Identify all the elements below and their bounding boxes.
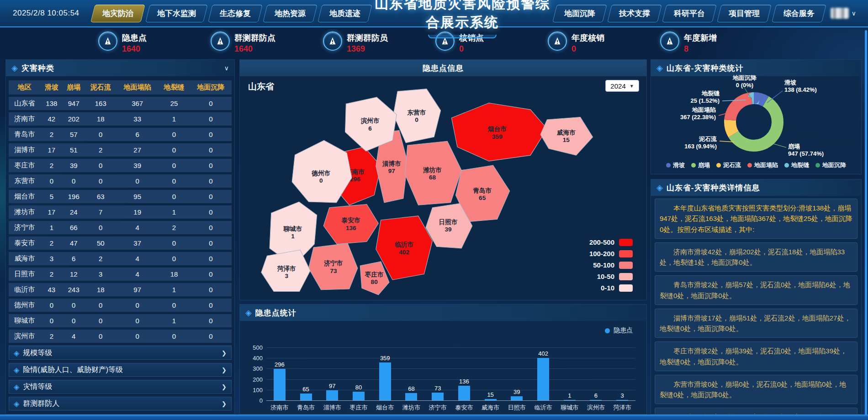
diamond-icon: ◈ [656, 63, 663, 73]
donut-legend-item[interactable]: 地面沉降 [815, 161, 846, 169]
bar-column: 402 [530, 347, 556, 400]
table-cell: 138 [41, 97, 63, 110]
nav-tab[interactable]: 生态修复 [208, 5, 263, 22]
donut-legend: 滑坡崩塌泥石流地面塌陷地裂缝地面沉降 [651, 161, 861, 169]
table-row[interactable]: 滨州市240000 [9, 330, 232, 343]
table-row[interactable]: 淄博市175122700 [9, 143, 232, 157]
table-row[interactable]: 威海市362400 [9, 252, 232, 265]
bar[interactable] [353, 392, 365, 400]
table-cell: 0 [190, 97, 232, 110]
x-axis-label: 聊城市 [556, 404, 583, 412]
nav-tab[interactable]: 地下水监测 [145, 5, 208, 22]
chevron-right-icon: ❯ [222, 383, 227, 390]
table-row[interactable]: 日照市21234180 [9, 268, 232, 281]
left-nav-tabs: 地灾防治地下水监测生态修复地热资源地质遗迹 [93, 5, 370, 22]
hazard-stats-panel: ◈ 隐患点统计 隐患点 5004003002001000 29665978035… [239, 304, 647, 415]
donut-legend-item[interactable]: 地面塌陷 [747, 161, 778, 169]
table-cell: 0 [85, 174, 116, 188]
stat-texts: 年度新增8 [684, 31, 717, 54]
donut-legend-item[interactable]: 地裂缝 [784, 161, 809, 169]
map-legend: 200-500100-20050-10010-500-10 [589, 238, 633, 292]
accordion-item[interactable]: ◈灾情等级❯ [9, 380, 232, 394]
year-select[interactable]: 2024 ▼ [605, 80, 639, 92]
stat-label: 年度核销 [572, 32, 604, 43]
table-cell: 1 [158, 112, 190, 126]
bar[interactable] [405, 393, 417, 400]
nav-tab[interactable]: 科研平台 [662, 5, 717, 22]
table-row[interactable]: 济南市42202183310 [9, 112, 232, 126]
nav-tab-label: 地灾防治 [102, 8, 133, 19]
diamond-icon: ◈ [11, 63, 18, 73]
bar[interactable] [274, 369, 286, 400]
table-row[interactable]: 山东省138947163367250 [9, 97, 232, 110]
bar-value-label: 6 [594, 392, 598, 399]
nav-tab[interactable]: 项目管理 [717, 5, 772, 22]
stat-label: 群测群防员 [347, 32, 388, 43]
table-row[interactable]: 临沂市43243189710 [9, 283, 232, 296]
table-row[interactable]: 泰安市247503700 [9, 236, 232, 250]
user-menu[interactable]: ∨ [831, 8, 856, 19]
stat-value: 0 [572, 44, 604, 54]
legend-dot-icon [784, 163, 789, 168]
table-row[interactable]: 东营市000000 [9, 174, 232, 188]
bar[interactable] [511, 396, 523, 400]
chevron-right-icon: ❯ [222, 400, 227, 407]
table-row[interactable]: 济宁市1660420 [9, 221, 232, 234]
nav-tab[interactable]: 地质遗迹 [318, 5, 372, 22]
accordion-item[interactable]: ◈规模等级❯ [9, 346, 232, 360]
avatar[interactable] [831, 8, 849, 19]
table-row[interactable]: 德州市000000 [9, 299, 232, 312]
nav-tab[interactable]: 综合服务 [772, 5, 826, 22]
bar[interactable] [300, 394, 312, 400]
bar[interactable] [326, 390, 338, 401]
bar-value-label: 402 [538, 350, 548, 357]
nav-tab[interactable]: 地面沉降 [552, 5, 607, 22]
x-axis-label: 泰安市 [451, 404, 477, 412]
map-legend-range: 0-10 [601, 284, 614, 292]
donut-callout-name: 崩塌 [788, 143, 824, 150]
nav-tab[interactable]: 地热资源 [263, 5, 318, 22]
bar[interactable] [432, 393, 444, 400]
nav-tab[interactable]: 地灾防治 [90, 5, 145, 22]
donut-legend-item[interactable]: 泥石流 [716, 161, 741, 169]
table-cell: 0 [41, 299, 63, 312]
map-city-value: 3 [285, 273, 289, 279]
table-cell: 33 [116, 112, 158, 126]
table-row[interactable]: 潍坊市172471910 [9, 205, 232, 219]
map-city-value: 6 [368, 125, 372, 132]
table-column-header: 地面沉降 [190, 80, 232, 94]
y-axis-tick: 200 [246, 376, 263, 383]
map-city-name: 德州市 [311, 170, 330, 177]
dashboard-root: 2025/2/8 10:05:54 地灾防治地下水监测生态修复地热资源地质遗迹 … [0, 0, 868, 420]
bar[interactable] [537, 358, 549, 400]
donut-legend-item[interactable]: 滑坡 [666, 161, 685, 169]
table-cell: 243 [63, 283, 85, 296]
table-cell: 0 [63, 299, 85, 312]
donut-leader-line [773, 144, 786, 147]
map-legend-item: 0-10 [589, 284, 633, 292]
table-cell: 4 [116, 221, 158, 234]
accordion-item[interactable]: ◈群测群防人❯ [9, 397, 232, 410]
disaster-type-panel-header[interactable]: ◈ 灾害种类 ∨ [6, 60, 234, 76]
nav-tab[interactable]: 技术支撑 [607, 5, 662, 22]
bar-chart-legend[interactable]: 隐患点 [605, 326, 633, 335]
bar[interactable] [379, 362, 391, 400]
bar[interactable] [458, 386, 470, 400]
detail-summary: 本年度山东省地质灾害按照灾害类型划分:滑坡138处，崩塌947处，泥石流163处… [655, 199, 857, 239]
donut-legend-item[interactable]: 崩塌 [691, 161, 710, 169]
table-row[interactable]: 青岛市2570600 [9, 128, 232, 141]
collapse-chevron-icon[interactable]: ∨ [224, 64, 229, 72]
donut-callout-name: 地面塌陷 [680, 106, 716, 114]
donut-callout: 滑坡138 (8.42%) [784, 79, 817, 94]
donut-legend-name: 地面沉降 [822, 161, 846, 169]
table-row[interactable]: 聊城市000010 [9, 314, 232, 327]
accordion-item[interactable]: ◈险情(威胁人口、威胁财产)等级❯ [9, 363, 232, 377]
map-legend-item: 50-100 [589, 261, 633, 269]
table-column-header: 地区 [9, 80, 41, 94]
table-cell: 947 [63, 97, 85, 110]
scrollbar[interactable] [865, 30, 867, 420]
nav-tab-label: 技术支撑 [619, 8, 650, 19]
diamond-icon: ◈ [14, 399, 19, 408]
table-row[interactable]: 枣庄市23903900 [9, 159, 232, 172]
table-row[interactable]: 烟台市5196639500 [9, 190, 232, 203]
